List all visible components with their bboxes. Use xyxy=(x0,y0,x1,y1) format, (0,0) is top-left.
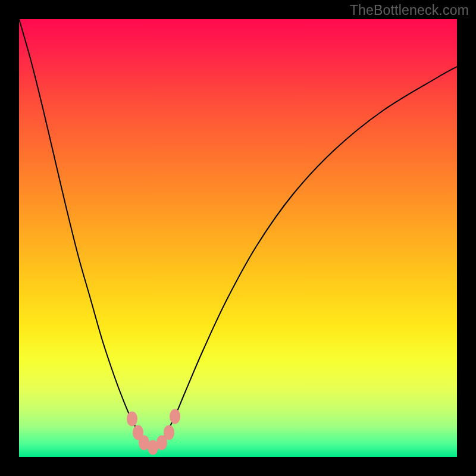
curve-path xyxy=(19,19,457,449)
plot-area xyxy=(19,19,457,457)
watermark-text: TheBottleneck.com xyxy=(350,2,469,18)
bottleneck-curve xyxy=(19,19,457,457)
chart-frame: TheBottleneck.com xyxy=(0,0,476,476)
